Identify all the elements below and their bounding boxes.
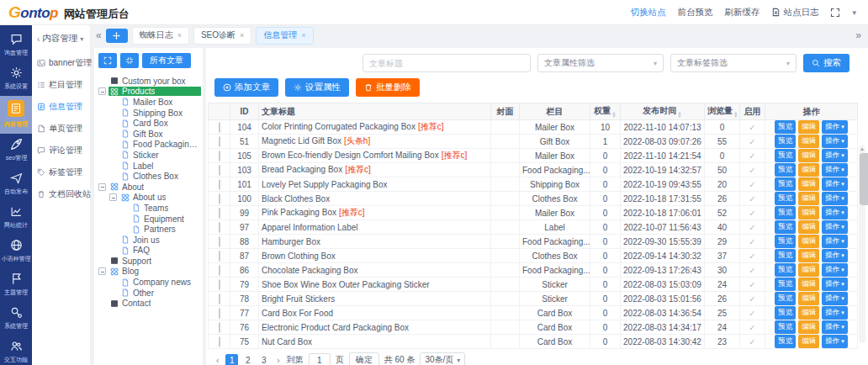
preview-button[interactable]: 预览 bbox=[775, 306, 796, 320]
sidebar-item-site-stats[interactable]: 网站统计 bbox=[0, 201, 32, 235]
edit-button[interactable]: 编辑 bbox=[798, 135, 819, 148]
more-actions-button[interactable]: 操作▾ bbox=[822, 249, 848, 262]
tree-collapse-icon[interactable] bbox=[109, 193, 117, 201]
row-checkbox[interactable] bbox=[219, 193, 220, 204]
submenu-item-comments[interactable]: 评论管理 bbox=[32, 140, 90, 161]
submenu-item-single-page[interactable]: 单页管理 bbox=[32, 118, 90, 140]
page-button-1[interactable]: 1 bbox=[225, 354, 238, 365]
expand-all-button[interactable] bbox=[98, 53, 117, 68]
more-actions-button[interactable]: 操作▾ bbox=[822, 335, 848, 348]
scrollbar-thumb[interactable] bbox=[860, 153, 868, 205]
preview-button[interactable]: 预览 bbox=[775, 120, 796, 134]
tree-item-blog[interactable]: Blog bbox=[97, 267, 201, 278]
more-actions-button[interactable]: 操作▾ bbox=[822, 220, 848, 234]
all-articles-button[interactable]: 所有文章 bbox=[142, 53, 191, 68]
preview-button[interactable]: 预览 bbox=[775, 149, 796, 162]
more-actions-button[interactable]: 操作▾ bbox=[822, 320, 848, 334]
preview-button[interactable]: 预览 bbox=[775, 263, 796, 277]
fullscreen-icon[interactable] bbox=[830, 8, 840, 18]
edit-button[interactable]: 编辑 bbox=[798, 177, 819, 191]
more-actions-button[interactable]: 操作▾ bbox=[822, 192, 848, 205]
tree-item-card-box[interactable]: Card Box bbox=[97, 118, 201, 129]
tree-item-equipment[interactable]: Equipment bbox=[97, 214, 201, 225]
sidebar-item-content[interactable]: 内容管理 bbox=[0, 96, 32, 134]
title-search-input[interactable] bbox=[363, 54, 531, 72]
sort-icon[interactable]: ▲▼ bbox=[677, 111, 681, 118]
submenu-item-columns[interactable]: 栏目管理 bbox=[32, 74, 90, 96]
tabs-collapse-icon[interactable]: « bbox=[96, 29, 102, 41]
edit-button[interactable]: 编辑 bbox=[798, 235, 819, 248]
prev-page-icon[interactable]: ‹ bbox=[214, 356, 220, 365]
tree-collapse-icon[interactable] bbox=[98, 267, 106, 275]
preview-button[interactable]: 预览 bbox=[775, 320, 796, 334]
edit-button[interactable]: 编辑 bbox=[798, 192, 819, 205]
more-actions-button[interactable]: 操作▾ bbox=[822, 235, 848, 248]
tree-item-about[interactable]: About bbox=[97, 182, 201, 193]
tree-item-join-us[interactable]: Join us bbox=[97, 235, 201, 246]
sidebar-item-seo[interactable]: seo管理 bbox=[0, 134, 32, 167]
sidebar-item-auto-publish[interactable]: 自动发布 bbox=[0, 167, 32, 201]
row-checkbox[interactable] bbox=[219, 294, 220, 304]
sort-icon[interactable]: ▲▼ bbox=[733, 111, 738, 118]
tree-item-label[interactable]: Label bbox=[97, 161, 201, 172]
row-checkbox[interactable] bbox=[219, 208, 220, 219]
batch-delete-button[interactable]: 批量删除 bbox=[356, 78, 420, 97]
submenu-header[interactable]: ‹ 内容管理 ▾ bbox=[32, 27, 90, 52]
tree-item-contact[interactable]: Contact bbox=[97, 298, 201, 309]
row-checkbox[interactable] bbox=[219, 179, 220, 190]
sidebar-item-system-settings[interactable]: 系统设置 bbox=[0, 62, 32, 96]
tab-close-icon[interactable]: × bbox=[177, 31, 182, 40]
edit-button[interactable]: 编辑 bbox=[798, 249, 819, 262]
sidebar-item-system-manage[interactable]: 系统管理 bbox=[0, 302, 32, 336]
attribute-filter-select[interactable]: 文章属性筛选▾ bbox=[537, 54, 664, 72]
more-actions-button[interactable]: 操作▾ bbox=[822, 263, 848, 277]
row-checkbox[interactable] bbox=[219, 279, 220, 290]
set-attributes-button[interactable]: 设置属性 bbox=[285, 78, 349, 97]
collapse-all-button[interactable] bbox=[120, 53, 139, 68]
next-page-icon[interactable]: › bbox=[275, 356, 281, 365]
more-actions-button[interactable]: 操作▾ bbox=[822, 120, 848, 134]
tree-item-faq[interactable]: FAQ bbox=[97, 246, 201, 257]
add-article-button[interactable]: 添加文章 bbox=[214, 78, 278, 97]
edit-button[interactable]: 编辑 bbox=[798, 206, 819, 220]
scroll-up-icon[interactable]: ▲ bbox=[859, 145, 865, 152]
sidebar-item-inquiry[interactable]: 询盘管理 bbox=[0, 29, 32, 62]
user-menu-caret-icon[interactable]: ▾ bbox=[852, 8, 856, 17]
tabs-expand-icon[interactable]: » bbox=[855, 29, 861, 41]
dashboard-tab[interactable] bbox=[106, 29, 128, 43]
tree-collapse-icon[interactable] bbox=[98, 183, 106, 191]
preview-button[interactable]: 预览 bbox=[775, 335, 796, 348]
preview-button[interactable]: 预览 bbox=[775, 235, 796, 248]
row-checkbox[interactable] bbox=[219, 308, 220, 319]
sidebar-item-languages[interactable]: 小语种管理 bbox=[0, 235, 32, 268]
submenu-item-recycle[interactable]: 文档回收站 bbox=[32, 183, 90, 205]
edit-button[interactable]: 编辑 bbox=[798, 306, 819, 320]
sort-icon[interactable]: ▲▼ bbox=[611, 111, 616, 118]
tree-item-clothes-box[interactable]: Clothes Box bbox=[97, 171, 201, 182]
more-actions-button[interactable]: 操作▾ bbox=[822, 206, 848, 220]
tree-item-partners[interactable]: Partners bbox=[97, 224, 201, 235]
tree-item-company-news[interactable]: Company news bbox=[97, 277, 201, 288]
edit-button[interactable]: 编辑 bbox=[798, 292, 819, 305]
goto-page-input[interactable] bbox=[309, 353, 331, 365]
goto-confirm-button[interactable]: 确定 bbox=[349, 352, 379, 365]
tree-item-teams[interactable]: Teams bbox=[97, 203, 201, 214]
row-checkbox[interactable] bbox=[219, 222, 220, 233]
edit-button[interactable]: 编辑 bbox=[798, 320, 819, 334]
more-actions-button[interactable]: 操作▾ bbox=[822, 149, 848, 162]
row-checkbox[interactable] bbox=[219, 122, 220, 133]
preview-button[interactable]: 预览 bbox=[775, 278, 796, 291]
submenu-item-info[interactable]: 信息管理 bbox=[32, 96, 90, 118]
tree-item-custom-your-box[interactable]: Custom your box bbox=[97, 76, 201, 87]
preview-button[interactable]: 预览 bbox=[775, 220, 796, 234]
tab-seo-diagnose[interactable]: SEO诊断 × bbox=[193, 27, 251, 45]
more-actions-button[interactable]: 操作▾ bbox=[822, 177, 848, 191]
header-link-refresh-cache[interactable]: 刷新缓存 bbox=[724, 7, 760, 19]
row-checkbox[interactable] bbox=[219, 322, 220, 333]
tab-spider-log[interactable]: 蜘蛛日志 × bbox=[132, 27, 189, 45]
row-checkbox[interactable] bbox=[219, 165, 220, 176]
preview-button[interactable]: 预览 bbox=[775, 192, 796, 205]
sidebar-item-theme[interactable]: 主题管理 bbox=[0, 268, 32, 302]
row-checkbox[interactable] bbox=[219, 251, 220, 262]
search-button[interactable]: 搜索 bbox=[803, 54, 849, 72]
